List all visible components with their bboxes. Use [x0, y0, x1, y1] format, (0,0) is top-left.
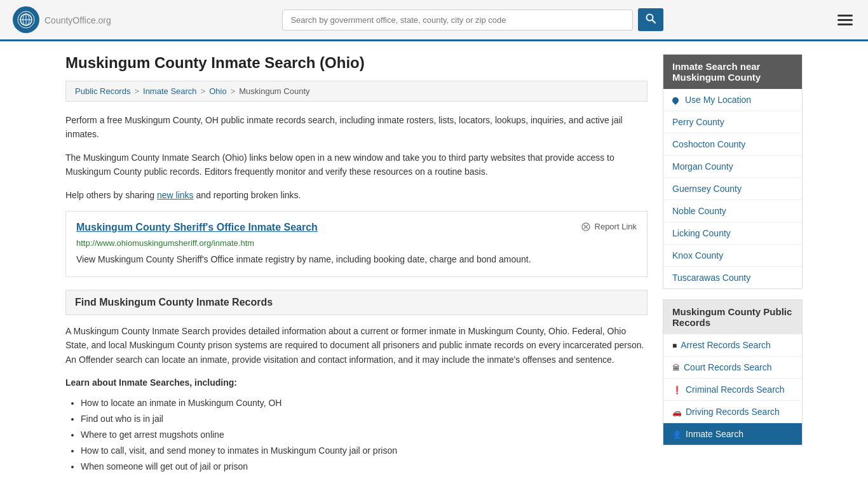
sidebar-public-records-link[interactable]: Criminal Records Search	[686, 384, 785, 395]
menu-button[interactable]	[835, 12, 855, 28]
sidebar-public-records-item[interactable]: ❗Criminal Records Search	[663, 379, 802, 401]
report-link-area[interactable]: Report Link	[581, 222, 637, 232]
svg-line-6	[653, 20, 656, 24]
inmate-icon: 👤	[672, 430, 682, 439]
logo-icon	[13, 6, 39, 33]
page-title: Muskingum County Inmate Search (Ohio)	[65, 54, 648, 72]
sidebar-public-records-item[interactable]: 🏛Court Records Search	[663, 356, 802, 379]
sidebar-public-records-link[interactable]: Inmate Search	[686, 429, 743, 439]
location-icon	[671, 96, 680, 105]
sidebar-public-records-link[interactable]: Arrest Records Search	[681, 340, 771, 350]
list-item: How to locate an inmate in Muskingum Cou…	[81, 395, 648, 411]
sidebar-county-link[interactable]: Knox County	[672, 250, 723, 261]
sidebar-public-records-item[interactable]: 🚗Driving Records Search	[663, 401, 802, 423]
header: CountyOffice.org	[0, 0, 868, 41]
find-records-body: A Muskingum County Inmate Search provide…	[65, 324, 648, 367]
sidebar-county-item[interactable]: Tuscarawas County	[663, 267, 802, 288]
list-item: Find out who is in jail	[81, 411, 648, 427]
court-icon: 🏛	[672, 363, 680, 372]
sidebar-county-item[interactable]: Morgan County	[663, 156, 802, 178]
list-item: Where to get arrest mugshots online	[81, 427, 648, 443]
logo-text: CountyOffice.org	[44, 13, 111, 27]
find-records-title: Find Muskingum County Inmate Records	[75, 297, 638, 308]
sidebar-county-link[interactable]: Tuscarawas County	[672, 273, 750, 283]
inmate-search-sidebar-header: Inmate Search near Muskingum County	[663, 55, 802, 89]
menu-icon-line2	[837, 19, 853, 21]
breadcrumb-current: Muskingum County	[239, 86, 309, 96]
breadcrumb-inmate-search[interactable]: Inmate Search	[143, 86, 197, 96]
sidebar-public-records-item[interactable]: ■Arrest Records Search	[663, 334, 802, 356]
search-button[interactable]	[638, 8, 663, 31]
report-icon	[581, 222, 591, 232]
sidebar-public-records-link[interactable]: Court Records Search	[684, 362, 772, 372]
public-records-sidebar: Muskingum County Public Records ■Arrest …	[663, 299, 803, 445]
new-links-link[interactable]: new links	[157, 190, 194, 200]
driving-icon: 🚗	[672, 408, 682, 417]
inmate-search-sidebar: Inmate Search near Muskingum County Use …	[663, 54, 803, 289]
sidebar: Inmate Search near Muskingum County Use …	[663, 54, 803, 475]
arrest-icon: ■	[672, 341, 677, 350]
use-my-location-item[interactable]: Use My Location	[663, 89, 802, 111]
content: Muskingum County Inmate Search (Ohio) Pu…	[65, 54, 648, 475]
sidebar-county-item[interactable]: Guernsey County	[663, 178, 802, 200]
sidebar-public-records-link[interactable]: Driving Records Search	[686, 407, 780, 417]
public-records-sidebar-header: Muskingum County Public Records	[663, 300, 802, 334]
sidebar-county-item[interactable]: Licking County	[663, 222, 802, 245]
search-input[interactable]	[282, 10, 633, 30]
menu-icon-line1	[837, 15, 853, 17]
logo-area: CountyOffice.org	[13, 6, 111, 33]
desc-para-3: Help others by sharing new links and rep…	[65, 188, 648, 202]
sidebar-county-link[interactable]: Perry County	[672, 117, 724, 127]
sidebar-county-item[interactable]: Perry County	[663, 111, 802, 133]
sidebar-county-link[interactable]: Morgan County	[672, 161, 733, 172]
sidebar-county-link[interactable]: Licking County	[672, 228, 731, 238]
sidebar-county-link[interactable]: Coshocton County	[672, 139, 745, 149]
main-link-desc: View Muskingum County Sheriff's Office i…	[76, 253, 637, 266]
logo-suffix: .org	[96, 15, 111, 25]
breadcrumb: Public Records > Inmate Search > Ohio > …	[65, 81, 648, 102]
criminal-icon: ❗	[672, 386, 682, 395]
desc-para-1: Perform a free Muskingum County, OH publ…	[65, 113, 648, 142]
learn-heading: Learn about Inmate Searches, including:	[65, 376, 648, 390]
sidebar-county-item[interactable]: Knox County	[663, 245, 802, 267]
desc-para-2: The Muskingum County Inmate Search (Ohio…	[65, 151, 648, 179]
sheriff-inmate-search-link[interactable]: Muskingum County Sheriff's Office Inmate…	[76, 222, 318, 233]
sidebar-public-records-item[interactable]: 👤Inmate Search	[663, 423, 802, 445]
search-icon	[646, 13, 656, 24]
sidebar-county-link[interactable]: Guernsey County	[672, 184, 742, 194]
sidebar-county-link[interactable]: Noble County	[672, 206, 726, 216]
breadcrumb-public-records[interactable]: Public Records	[75, 86, 130, 96]
main-link-box: Muskingum County Sheriff's Office Inmate…	[65, 211, 648, 277]
sidebar-county-item[interactable]: Noble County	[663, 200, 802, 222]
main-link-url[interactable]: http://www.ohiomuskingumsheriff.org/inma…	[76, 238, 637, 248]
search-area	[282, 8, 663, 31]
bullet-list: How to locate an inmate in Muskingum Cou…	[65, 395, 648, 475]
logo-name: CountyOffice	[44, 15, 96, 25]
use-my-location-link[interactable]: Use My Location	[685, 95, 751, 105]
breadcrumb-ohio[interactable]: Ohio	[209, 86, 226, 96]
find-records-section: Find Muskingum County Inmate Records	[65, 290, 648, 315]
sidebar-county-item[interactable]: Coshocton County	[663, 133, 802, 156]
list-item: When someone will get out of jail or pri…	[81, 459, 648, 475]
list-item: How to call, visit, and send money to in…	[81, 443, 648, 459]
menu-icon-line3	[837, 24, 853, 25]
main-wrapper: Muskingum County Inmate Search (Ohio) Pu…	[53, 41, 815, 487]
